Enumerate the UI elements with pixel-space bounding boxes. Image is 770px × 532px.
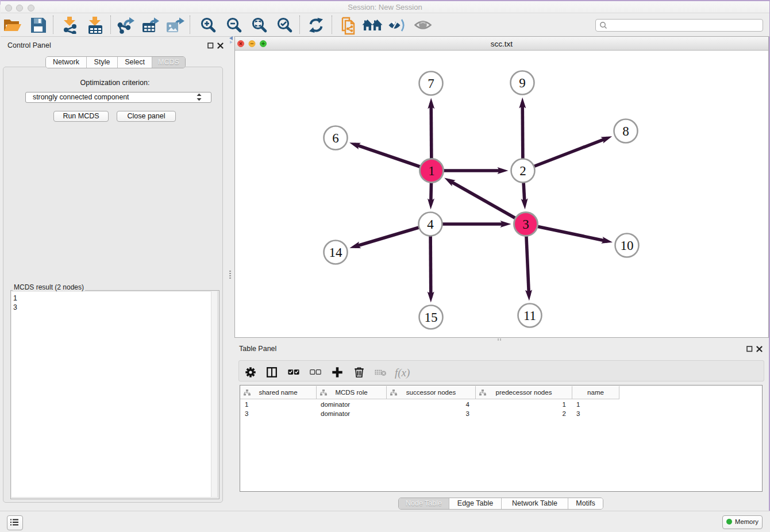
svg-text:6: 6: [332, 131, 339, 145]
svg-text:8: 8: [622, 124, 629, 138]
svg-text:3: 3: [522, 217, 529, 232]
svg-text:2: 2: [519, 164, 526, 178]
svg-text:10: 10: [621, 238, 634, 253]
svg-text:4: 4: [427, 217, 434, 232]
svg-text:15: 15: [425, 310, 438, 325]
svg-text:1: 1: [428, 164, 435, 178]
svg-text:9: 9: [519, 76, 526, 90]
svg-text:11: 11: [523, 309, 536, 323]
svg-text:14: 14: [329, 245, 343, 260]
svg-text:f(x): f(x): [395, 367, 410, 379]
svg-text:7: 7: [428, 76, 434, 91]
